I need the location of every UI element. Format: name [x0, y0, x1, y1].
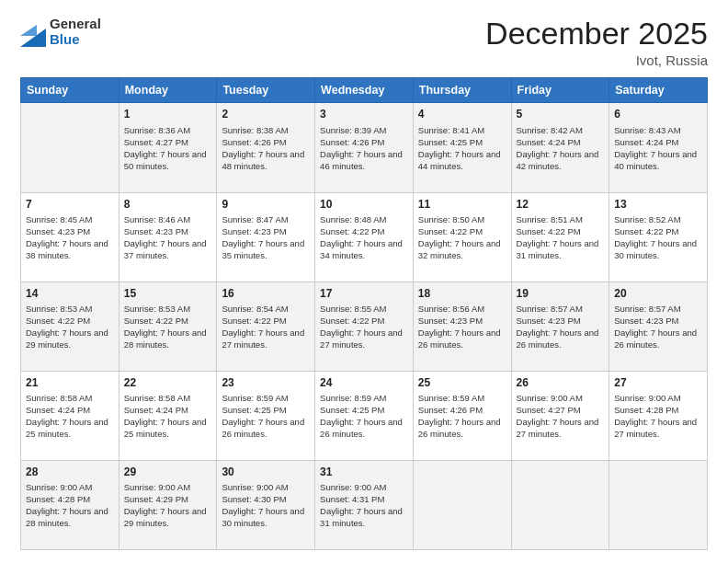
cell-info: Sunrise: 9:00 AMSunset: 4:29 PMDaylight:…: [124, 481, 212, 529]
day-number: 17: [320, 286, 408, 301]
cell-info: Sunrise: 8:58 AMSunset: 4:24 PMDaylight:…: [124, 392, 212, 440]
table-row: 7Sunrise: 8:45 AMSunset: 4:23 PMDaylight…: [21, 192, 119, 282]
col-friday: Friday: [511, 78, 609, 103]
table-row: 11Sunrise: 8:50 AMSunset: 4:22 PMDayligh…: [413, 192, 511, 282]
table-row: 4Sunrise: 8:41 AMSunset: 4:25 PMDaylight…: [413, 103, 511, 192]
table-row: 27Sunrise: 9:00 AMSunset: 4:28 PMDayligh…: [609, 371, 708, 460]
cell-info: Sunrise: 8:45 AMSunset: 4:23 PMDaylight:…: [26, 213, 114, 261]
calendar-header-row: Sunday Monday Tuesday Wednesday Thursday…: [21, 78, 708, 103]
calendar-week-row: 21Sunrise: 8:58 AMSunset: 4:24 PMDayligh…: [21, 371, 708, 460]
day-number: 12: [517, 197, 605, 212]
calendar-week-row: 7Sunrise: 8:45 AMSunset: 4:23 PMDaylight…: [21, 192, 708, 282]
col-saturday: Saturday: [609, 78, 708, 103]
table-row: 19Sunrise: 8:57 AMSunset: 4:23 PMDayligh…: [511, 282, 609, 371]
col-monday: Monday: [119, 78, 217, 103]
table-row: 8Sunrise: 8:46 AMSunset: 4:23 PMDaylight…: [119, 192, 217, 282]
table-row: 6Sunrise: 8:43 AMSunset: 4:24 PMDaylight…: [609, 103, 708, 192]
day-number: 28: [26, 465, 114, 479]
cell-info: Sunrise: 9:00 AMSunset: 4:27 PMDaylight:…: [517, 392, 605, 440]
title-block: December 2025 Ivot, Russia: [485, 17, 708, 68]
col-sunday: Sunday: [21, 78, 119, 103]
table-row: [609, 460, 708, 549]
location: Ivot, Russia: [485, 52, 708, 68]
table-row: 1Sunrise: 8:36 AMSunset: 4:27 PMDaylight…: [119, 103, 217, 192]
table-row: 16Sunrise: 8:54 AMSunset: 4:22 PMDayligh…: [217, 282, 315, 371]
table-row: 15Sunrise: 8:53 AMSunset: 4:22 PMDayligh…: [119, 282, 217, 371]
table-row: 2Sunrise: 8:38 AMSunset: 4:26 PMDaylight…: [217, 103, 315, 192]
logo-blue-text: Blue: [50, 32, 101, 48]
table-row: 26Sunrise: 9:00 AMSunset: 4:27 PMDayligh…: [511, 371, 609, 460]
cell-info: Sunrise: 8:53 AMSunset: 4:22 PMDaylight:…: [26, 303, 114, 350]
col-tuesday: Tuesday: [217, 78, 315, 103]
table-row: 13Sunrise: 8:52 AMSunset: 4:22 PMDayligh…: [609, 192, 708, 282]
cell-info: Sunrise: 8:43 AMSunset: 4:24 PMDaylight:…: [614, 124, 702, 172]
day-number: 29: [124, 465, 212, 479]
day-number: 27: [614, 375, 702, 390]
cell-info: Sunrise: 8:54 AMSunset: 4:22 PMDaylight:…: [222, 303, 310, 350]
day-number: 11: [418, 197, 506, 212]
cell-info: Sunrise: 8:42 AMSunset: 4:24 PMDaylight:…: [517, 124, 605, 172]
table-row: 9Sunrise: 8:47 AMSunset: 4:23 PMDaylight…: [217, 192, 315, 282]
table-row: 31Sunrise: 9:00 AMSunset: 4:31 PMDayligh…: [315, 460, 414, 549]
cell-info: Sunrise: 8:57 AMSunset: 4:23 PMDaylight:…: [517, 303, 605, 350]
header: General Blue December 2025 Ivot, Russia: [20, 17, 708, 68]
table-row: 14Sunrise: 8:53 AMSunset: 4:22 PMDayligh…: [21, 282, 119, 371]
table-row: [21, 103, 119, 192]
day-number: 1: [124, 107, 212, 121]
day-number: 16: [222, 286, 310, 301]
cell-info: Sunrise: 8:52 AMSunset: 4:22 PMDaylight:…: [614, 213, 702, 261]
day-number: 19: [517, 286, 605, 301]
col-wednesday: Wednesday: [315, 78, 414, 103]
table-row: 18Sunrise: 8:56 AMSunset: 4:23 PMDayligh…: [413, 282, 511, 371]
cell-info: Sunrise: 8:36 AMSunset: 4:27 PMDaylight:…: [124, 124, 212, 172]
table-row: 12Sunrise: 8:51 AMSunset: 4:22 PMDayligh…: [511, 192, 609, 282]
day-number: 4: [418, 107, 506, 121]
calendar-table: Sunday Monday Tuesday Wednesday Thursday…: [20, 77, 708, 550]
cell-info: Sunrise: 9:00 AMSunset: 4:28 PMDaylight:…: [614, 392, 702, 440]
cell-info: Sunrise: 8:38 AMSunset: 4:26 PMDaylight:…: [222, 124, 310, 172]
calendar-week-row: 14Sunrise: 8:53 AMSunset: 4:22 PMDayligh…: [21, 282, 708, 371]
day-number: 20: [614, 286, 702, 301]
day-number: 23: [222, 375, 310, 390]
day-number: 15: [124, 286, 212, 301]
cell-info: Sunrise: 8:48 AMSunset: 4:22 PMDaylight:…: [320, 213, 408, 261]
day-number: 18: [418, 286, 506, 301]
day-number: 13: [614, 197, 702, 212]
table-row: 25Sunrise: 8:59 AMSunset: 4:26 PMDayligh…: [413, 371, 511, 460]
day-number: 25: [418, 375, 506, 390]
cell-info: Sunrise: 8:59 AMSunset: 4:25 PMDaylight:…: [320, 392, 408, 440]
table-row: 10Sunrise: 8:48 AMSunset: 4:22 PMDayligh…: [315, 192, 414, 282]
day-number: 30: [222, 465, 310, 479]
table-row: 17Sunrise: 8:55 AMSunset: 4:22 PMDayligh…: [315, 282, 414, 371]
table-row: 24Sunrise: 8:59 AMSunset: 4:25 PMDayligh…: [315, 371, 414, 460]
calendar-week-row: 28Sunrise: 9:00 AMSunset: 4:28 PMDayligh…: [21, 460, 708, 549]
day-number: 22: [124, 375, 212, 390]
cell-info: Sunrise: 8:57 AMSunset: 4:23 PMDaylight:…: [614, 303, 702, 350]
table-row: 22Sunrise: 8:58 AMSunset: 4:24 PMDayligh…: [119, 371, 217, 460]
calendar-week-row: 1Sunrise: 8:36 AMSunset: 4:27 PMDaylight…: [21, 103, 708, 192]
day-number: 26: [517, 375, 605, 390]
month-title: December 2025: [485, 17, 708, 51]
day-number: 10: [320, 197, 408, 212]
cell-info: Sunrise: 8:41 AMSunset: 4:25 PMDaylight:…: [418, 124, 506, 172]
cell-info: Sunrise: 9:00 AMSunset: 4:31 PMDaylight:…: [320, 481, 408, 529]
day-number: 31: [320, 465, 408, 479]
cell-info: Sunrise: 8:58 AMSunset: 4:24 PMDaylight:…: [26, 392, 114, 440]
logo-icon: [20, 17, 46, 47]
cell-info: Sunrise: 8:59 AMSunset: 4:25 PMDaylight:…: [222, 392, 310, 440]
table-row: 29Sunrise: 9:00 AMSunset: 4:29 PMDayligh…: [119, 460, 217, 549]
table-row: 3Sunrise: 8:39 AMSunset: 4:26 PMDaylight…: [315, 103, 414, 192]
table-row: 30Sunrise: 9:00 AMSunset: 4:30 PMDayligh…: [217, 460, 315, 549]
day-number: 24: [320, 375, 408, 390]
day-number: 14: [26, 286, 114, 301]
cell-info: Sunrise: 9:00 AMSunset: 4:28 PMDaylight:…: [26, 481, 114, 529]
table-row: 28Sunrise: 9:00 AMSunset: 4:28 PMDayligh…: [21, 460, 119, 549]
cell-info: Sunrise: 8:51 AMSunset: 4:22 PMDaylight:…: [517, 213, 605, 261]
cell-info: Sunrise: 8:56 AMSunset: 4:23 PMDaylight:…: [418, 303, 506, 350]
cell-info: Sunrise: 8:39 AMSunset: 4:26 PMDaylight:…: [320, 124, 408, 172]
cell-info: Sunrise: 9:00 AMSunset: 4:30 PMDaylight:…: [222, 481, 310, 529]
cell-info: Sunrise: 8:50 AMSunset: 4:22 PMDaylight:…: [418, 213, 506, 261]
logo-text: General Blue: [50, 17, 101, 47]
cell-info: Sunrise: 8:46 AMSunset: 4:23 PMDaylight:…: [124, 213, 212, 261]
day-number: 3: [320, 107, 408, 121]
